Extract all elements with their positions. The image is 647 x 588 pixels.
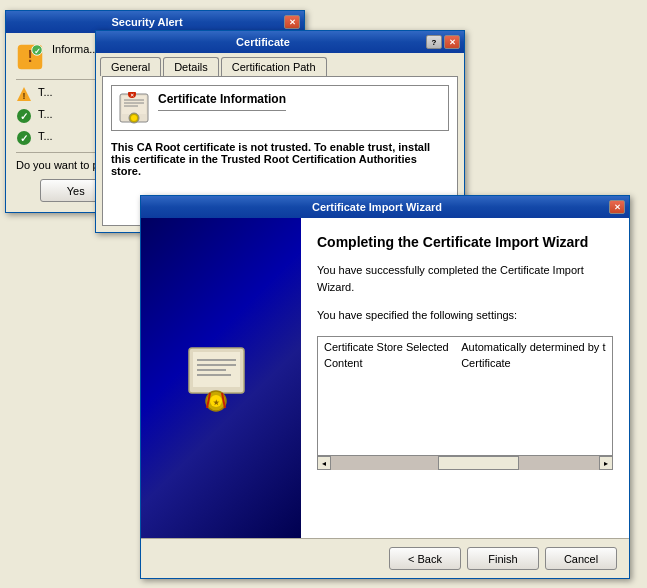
security-alert-title: Security Alert [10, 16, 284, 28]
tab-certification-path[interactable]: Certification Path [221, 57, 327, 76]
certificate-help-button[interactable]: ? [426, 35, 442, 49]
wizard-sidebar: ★ [141, 218, 301, 538]
wizard-desc1: You have successfully completed the Cert… [317, 262, 613, 295]
certificate-title-bar: Certificate ? ✕ [96, 31, 464, 53]
wizard-title: Certificate Import Wizard [145, 201, 609, 213]
table-row: Content Certificate [318, 355, 612, 371]
security-alert-close-button[interactable]: ✕ [284, 15, 300, 29]
certificate-import-wizard-window: Certificate Import Wizard ✕ ★ [140, 195, 630, 579]
security-shield-icon: ! ✓ [16, 43, 44, 71]
svg-text:✓: ✓ [34, 47, 41, 56]
check-green-icon-2: ✓ [16, 130, 32, 146]
check-green-icon-1: ✓ [16, 108, 32, 124]
cert-info-text-area: Certificate Information [158, 92, 286, 115]
cancel-button[interactable]: Cancel [545, 547, 617, 570]
certificate-win-buttons: ? ✕ [426, 35, 460, 49]
tab-general[interactable]: General [100, 57, 161, 76]
warning-triangle-icon-1: ! [16, 86, 32, 102]
svg-text:✓: ✓ [20, 111, 28, 122]
certificate-title: Certificate [100, 36, 426, 48]
settings-table: Certificate Store Selected Automatically… [318, 337, 612, 371]
scroll-thumb[interactable] [438, 456, 518, 470]
wizard-title-bar: Certificate Import Wizard ✕ [141, 196, 629, 218]
settings-value-1: Automatically determined by t [455, 337, 612, 355]
check1-text: T... [38, 86, 53, 98]
table-row: Certificate Store Selected Automatically… [318, 337, 612, 355]
horizontal-scrollbar[interactable]: ◂ ▸ [317, 456, 613, 470]
wizard-sidebar-bg: ★ [141, 218, 301, 538]
svg-point-16 [131, 115, 137, 121]
finish-button[interactable]: Finish [467, 547, 539, 570]
certificate-close-button[interactable]: ✕ [444, 35, 460, 49]
scroll-track[interactable] [331, 456, 599, 470]
check3-text: T... [38, 130, 53, 142]
wizard-heading: Completing the Certificate Import Wizard [317, 234, 613, 250]
svg-text:★: ★ [213, 399, 220, 406]
cert-info-title: Certificate Information [158, 92, 286, 106]
wizard-footer: < Back Finish Cancel [141, 538, 629, 578]
scroll-right-arrow[interactable]: ▸ [599, 456, 613, 470]
tab-details[interactable]: Details [163, 57, 219, 76]
svg-text:✕: ✕ [130, 92, 134, 98]
cert-info-box: ✕ Certificate Information [111, 85, 449, 131]
settings-table-container: Certificate Store Selected Automatically… [317, 336, 613, 456]
settings-label-1: Certificate Store Selected [318, 337, 455, 355]
svg-rect-11 [122, 96, 146, 114]
svg-text:✓: ✓ [20, 133, 28, 144]
wizard-win-buttons: ✕ [609, 200, 625, 214]
cert-title-divider [158, 110, 286, 111]
scroll-left-arrow[interactable]: ◂ [317, 456, 331, 470]
settings-label-2: Content [318, 355, 455, 371]
wizard-body: ★ Completing the Certificate Import Wiza… [141, 218, 629, 538]
wizard-main: Completing the Certificate Import Wizard… [301, 218, 629, 538]
certificate-tab-bar: General Details Certification Path [96, 53, 464, 76]
check2-text: T... [38, 108, 53, 120]
certificate-icon: ✕ [118, 92, 150, 124]
security-alert-win-buttons: ✕ [284, 15, 300, 29]
svg-text:!: ! [23, 91, 26, 101]
wizard-desc2: You have specified the following setting… [317, 307, 613, 324]
back-button[interactable]: < Back [389, 547, 461, 570]
settings-value-2: Certificate [455, 355, 612, 371]
wizard-cert-graphic: ★ [181, 343, 261, 413]
wizard-close-button[interactable]: ✕ [609, 200, 625, 214]
cert-warning-text: This CA Root certificate is not trusted.… [111, 141, 449, 177]
